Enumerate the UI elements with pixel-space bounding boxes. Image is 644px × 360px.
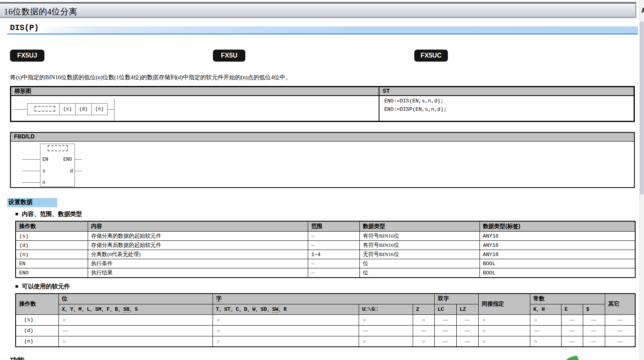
- cell-content: 存储分离的数据的起始软元件: [88, 232, 308, 241]
- cell-word: ○: [213, 314, 359, 325]
- cell-e: —: [561, 336, 583, 347]
- manual-page: 16位数据的4位分离 DIS(P) FX5UJ FX5U FX5UC 将(s)中…: [0, 0, 644, 360]
- square-bullet-icon: ■: [15, 283, 18, 289]
- cell-lc: —: [434, 314, 456, 325]
- cell-indirect: ○: [478, 314, 530, 325]
- instruction-description: 将(s)中指定的BIN16位数据的低位(n)位数(1位数4位)的数据存储到(d)…: [10, 74, 291, 81]
- section-heading-setting-data: 设置数据: [7, 198, 57, 207]
- cell-other: —: [605, 314, 635, 325]
- sb-glossary-link[interactable]: SB: [123, 306, 130, 313]
- fbd-input-n: n: [42, 180, 45, 186]
- fbd-input-s: s: [42, 168, 45, 174]
- square-bullet-icon: ■: [15, 211, 18, 217]
- bit-devices-text: X、Y、M、L、SM、F、B、: [62, 306, 123, 312]
- label-glossary-link[interactable]: 标签: [507, 223, 518, 230]
- cell-other: —: [605, 325, 635, 336]
- subsection-content-range-type: ■内容、范围、数据类型: [15, 210, 82, 218]
- cell-kh: —: [530, 325, 561, 336]
- cell-z: —: [413, 325, 434, 336]
- sub-header-bit-devices: X、Y、M、L、SM、F、B、SB、S: [58, 304, 213, 314]
- cell-range: —: [308, 259, 359, 268]
- sub-header-z: Z: [413, 304, 434, 314]
- cell-e: —: [561, 314, 583, 325]
- cell-indirect: ○: [478, 325, 530, 336]
- fbd-stub-s: [22, 171, 40, 171]
- cell-label: ANY16: [479, 232, 635, 241]
- cell-datatype: 有符号BIN16位: [359, 241, 479, 250]
- page-title: 16位数据的4位分离: [4, 6, 78, 17]
- ladder-st-table: 梯形图 ST (s) (d) (n) ENO:=DIS(EN,s,n,d); E…: [10, 86, 635, 122]
- cell-content: 执行条件: [88, 259, 308, 268]
- cell-label: BOOL: [479, 259, 635, 268]
- cell-e: —: [561, 325, 583, 336]
- table-row: (n) 分离数(0代表无处理) 1~4 无符号BIN16位 ANY16: [16, 250, 635, 259]
- word-devices-text: T、ST、C、D、W、SD、: [216, 306, 272, 312]
- instruction-heading-band: [7, 26, 638, 34]
- fbd-input-en: EN: [42, 157, 48, 162]
- cell-bit: ○: [58, 336, 213, 347]
- ladder-header-cell: 梯形图: [11, 87, 379, 96]
- operand-content-table: 操作数 内容 范围 数据类型 数据类型(标签) (s) 存储分离的数据的起始软元…: [15, 221, 636, 278]
- col-header-operand: 操作数: [16, 294, 58, 314]
- ladder-instruction-box: [27, 103, 60, 115]
- cell-ug: ○: [359, 336, 413, 347]
- col-header-datatype: 数据类型: [359, 221, 479, 232]
- fbd-stub-d: [75, 171, 82, 171]
- cell-dollar: —: [583, 325, 605, 336]
- cell-label: BOOL: [479, 268, 635, 278]
- sub-header-lz: LZ: [456, 304, 478, 314]
- cell-dollar: —: [583, 336, 605, 347]
- cell-datatype: 无符号BIN16位: [359, 250, 479, 259]
- fbd-diagram-cell: EN s n ENO d: [11, 142, 634, 187]
- ladder-param-n: (n): [91, 103, 108, 115]
- word-glossary-link[interactable]: 字: [216, 295, 222, 302]
- cell-label: ANY16: [479, 241, 635, 250]
- vertical-scrollbar-thumb[interactable]: [640, 22, 644, 194]
- fbd-output-eno: ENO: [63, 157, 72, 162]
- sw-glossary-link[interactable]: SW: [272, 306, 279, 313]
- cell-operand: (d): [16, 325, 58, 336]
- header-label-suffix: ): [518, 223, 520, 229]
- sub-header-ug: U□\G□: [359, 304, 413, 314]
- ladder-param-s: (s): [59, 103, 76, 115]
- table-row: (d) — ○ — — — — ○ — — — —: [16, 325, 635, 336]
- cell-content: 分离数(0代表无处理): [88, 250, 308, 259]
- cell-bit: ○: [58, 314, 213, 325]
- cell-datatype: 位: [359, 268, 479, 278]
- table-group-header-row: 操作数 位 字 双字 间接指定 常数 其它: [16, 294, 635, 304]
- cell-bit: —: [58, 325, 213, 336]
- bit-devices-text: 、S: [130, 306, 138, 312]
- cell-lz: —: [456, 314, 478, 325]
- col-header-operand: 操作数: [16, 221, 88, 232]
- model-badge-fx5u: FX5U: [213, 50, 245, 62]
- group-header-bit: 位: [58, 294, 213, 304]
- cell-z: ○: [413, 336, 434, 347]
- green-swoosh-icon: [565, 355, 579, 360]
- word-devices-text: 、R: [279, 306, 287, 312]
- ladder-glossary-link[interactable]: 梯形图: [14, 88, 31, 94]
- group-header-constant: 常数: [530, 294, 605, 304]
- cell-ug: —: [359, 325, 413, 336]
- ladder-param-d: (d): [75, 103, 92, 115]
- col-header-indirect: 间接指定: [478, 294, 530, 314]
- st-header-cell: ST: [379, 87, 634, 96]
- cell-range: 1~4: [308, 250, 359, 259]
- col-header-datatype-label: 数据类型(标签): [479, 221, 635, 232]
- sub-header-lc: LC: [434, 304, 456, 314]
- ladder-diagram-cell: (s) (d) (n): [11, 96, 379, 121]
- cell-lc: —: [434, 336, 456, 347]
- page-title-bar: 16位数据的4位分离: [0, 2, 636, 18]
- cell-operand: EN: [16, 259, 88, 268]
- table-row: (s) 存储分离的数据的起始软元件 — 有符号BIN16位 ANY16: [16, 232, 635, 241]
- model-badge-fx5uc: FX5UC: [414, 50, 448, 62]
- fbd-stub-en: [22, 159, 40, 160]
- cell-lc: —: [434, 325, 456, 336]
- cell-indirect: ○: [478, 336, 530, 347]
- instruction-placeholder-icon: [34, 106, 55, 112]
- cell-ug: ○: [359, 314, 413, 325]
- cell-operand: (d): [16, 241, 88, 250]
- instruction-name: DIS(P): [10, 23, 39, 32]
- sub-header-e: E: [561, 304, 583, 314]
- cell-range: —: [308, 241, 359, 250]
- cell-lz: —: [456, 325, 478, 336]
